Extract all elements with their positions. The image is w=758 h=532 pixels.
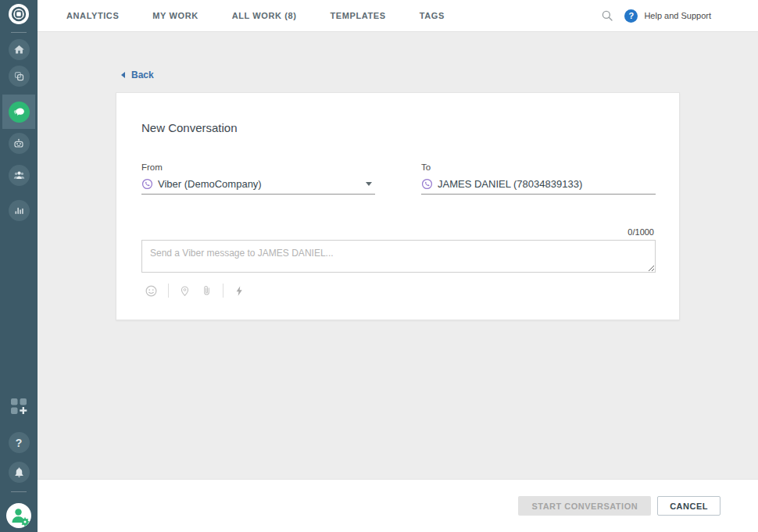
back-arrow-icon xyxy=(121,72,125,78)
home-icon xyxy=(9,39,30,60)
new-conversation-card: New Conversation From Viber (DemoCompany… xyxy=(116,92,680,320)
sidebar-item-logo[interactable] xyxy=(0,3,38,28)
sidebar-item-apps[interactable] xyxy=(0,397,38,419)
char-counter: 0/1000 xyxy=(627,227,654,237)
apps-add-icon xyxy=(9,397,28,419)
to-input[interactable]: JAMES DANIEL (78034839133) xyxy=(421,176,656,195)
topbar-right: ? Help and Support xyxy=(600,9,758,23)
sidebar-item-people[interactable] xyxy=(0,165,38,186)
search-icon[interactable] xyxy=(600,9,614,23)
help-and-support-label: Help and Support xyxy=(644,11,711,20)
user-avatar-icon xyxy=(5,502,32,532)
back-label: Back xyxy=(131,70,154,80)
from-select[interactable]: Viber (DemoCompany) xyxy=(141,176,375,195)
sidebar-divider xyxy=(11,491,27,492)
sidebar-item-channels[interactable] xyxy=(0,66,38,87)
message-input[interactable] xyxy=(141,240,656,273)
help-and-support-link[interactable]: ? Help and Support xyxy=(624,9,711,23)
question-icon: ? xyxy=(9,432,30,453)
infobip-logo-icon xyxy=(8,3,30,28)
location-icon[interactable] xyxy=(179,285,191,297)
message-toolbar xyxy=(145,284,245,298)
main-content: Back New Conversation From Viber (DemoCo… xyxy=(38,32,758,479)
chatbot-icon xyxy=(9,133,30,154)
from-value: Viber (DemoCompany) xyxy=(158,178,361,190)
start-conversation-button[interactable]: START CONVERSATION xyxy=(518,496,651,516)
tab-all-work[interactable]: ALL WORK (8) xyxy=(232,11,297,20)
from-label: From xyxy=(141,162,375,172)
tab-tags[interactable]: TAGS xyxy=(420,11,445,20)
to-value: JAMES DANIEL (78034839133) xyxy=(438,178,656,190)
back-link[interactable]: Back xyxy=(121,70,154,80)
sidebar-item-conversations[interactable] xyxy=(2,95,35,129)
sidebar-item-notifications[interactable] xyxy=(0,462,38,483)
sidebar: ? xyxy=(0,0,38,532)
cancel-button[interactable]: CANCEL xyxy=(657,496,720,516)
help-icon: ? xyxy=(624,9,638,23)
from-field: From Viber (DemoCompany) xyxy=(141,162,375,195)
card-title: New Conversation xyxy=(141,121,238,134)
tab-templates[interactable]: TEMPLATES xyxy=(331,11,386,20)
sidebar-item-analytics[interactable] xyxy=(0,200,38,221)
sidebar-item-help[interactable]: ? xyxy=(0,432,38,453)
viber-icon xyxy=(141,178,153,190)
sidebar-item-chatbot[interactable] xyxy=(0,133,38,154)
toolbar-divider xyxy=(168,284,169,298)
attachment-icon[interactable] xyxy=(201,285,213,297)
to-field: To JAMES DANIEL (78034839133) xyxy=(421,162,656,195)
toolbar-divider xyxy=(223,284,223,298)
chevron-down-icon xyxy=(366,182,372,186)
tab-analytics[interactable]: ANALYTICS xyxy=(66,11,119,20)
conversations-icon xyxy=(9,102,30,123)
quick-reply-icon[interactable] xyxy=(234,285,245,297)
people-icon xyxy=(9,165,30,186)
sidebar-item-home[interactable] xyxy=(0,39,38,60)
sidebar-item-profile[interactable] xyxy=(0,502,38,532)
top-nav-tabs: ANALYTICS MY WORK ALL WORK (8) TEMPLATES… xyxy=(38,11,445,20)
tab-my-work[interactable]: MY WORK xyxy=(152,11,198,20)
viber-icon xyxy=(421,178,433,190)
app-window: ? xyxy=(0,0,758,532)
emoji-icon[interactable] xyxy=(145,284,158,298)
bar-chart-icon xyxy=(9,200,30,221)
channels-icon xyxy=(9,66,30,87)
topbar: ANALYTICS MY WORK ALL WORK (8) TEMPLATES… xyxy=(38,0,758,32)
to-label: To xyxy=(421,162,656,172)
sidebar-divider xyxy=(11,32,27,33)
footer-bar: START CONVERSATION CANCEL xyxy=(38,479,758,532)
bell-icon xyxy=(9,462,30,483)
